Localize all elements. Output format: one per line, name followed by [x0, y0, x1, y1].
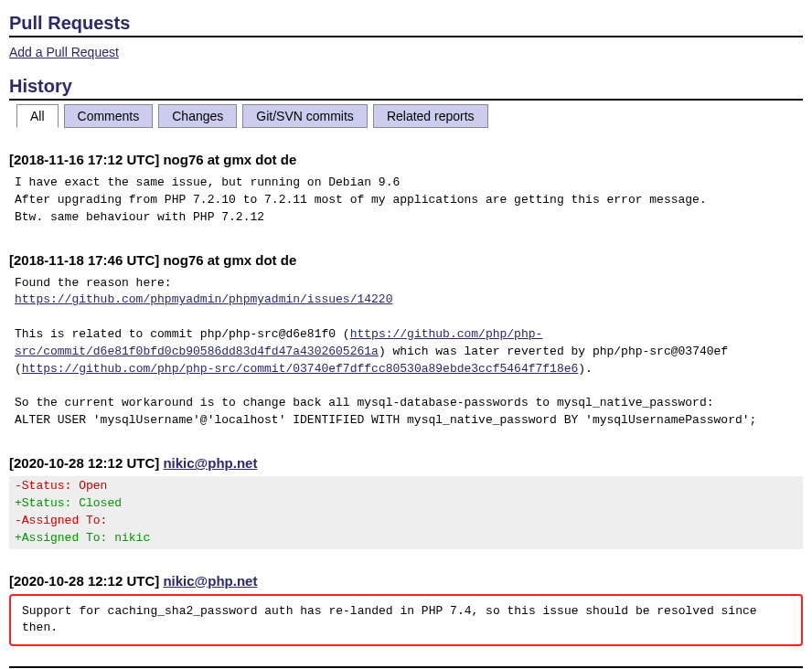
- comment-header: [2018-11-18 17:46 UTC] nog76 at gmx dot …: [9, 252, 803, 268]
- history-tabs: AllCommentsChangesGit/SVN commitsRelated…: [9, 104, 803, 128]
- comment-header: [2018-11-16 17:12 UTC] nog76 at gmx dot …: [9, 152, 803, 167]
- comment-author: nog76 at gmx dot de: [163, 152, 296, 167]
- diff-added-line: +Assigned To: nikic: [15, 531, 150, 545]
- tab-git-svn-commits[interactable]: Git/SVN commits: [242, 104, 368, 128]
- history-heading: History: [9, 76, 803, 101]
- comment-timestamp: [2018-11-16 17:12 UTC]: [9, 152, 163, 167]
- comment-block: [2018-11-18 17:46 UTC] nog76 at gmx dot …: [9, 252, 803, 432]
- pull-requests-heading: Pull Requests: [9, 13, 803, 37]
- comment-body: Found the reason here: https://github.co…: [9, 273, 803, 432]
- highlighted-comment: Support for caching_sha2_password auth h…: [9, 594, 803, 647]
- diff-added-line: +Status: Closed: [15, 496, 122, 510]
- comment-timestamp: [2020-10-28 12:12 UTC]: [9, 573, 163, 589]
- comment-block: [2020-10-28 12:12 UTC] nikic@php.netSupp…: [9, 573, 803, 647]
- comment-body-link[interactable]: https://github.com/php/php-src/commit/d6…: [15, 327, 542, 358]
- comment-timestamp: [2018-11-18 17:46 UTC]: [9, 252, 163, 268]
- tab-related-reports[interactable]: Related reports: [373, 104, 488, 128]
- comment-block: [2020-10-28 12:12 UTC] nikic@php.net-Sta…: [9, 455, 803, 548]
- diff-removed-line: -Status: Open: [15, 479, 107, 493]
- comment-author: nog76 at gmx dot de: [163, 252, 296, 268]
- tab-comments[interactable]: Comments: [64, 104, 154, 128]
- tab-changes[interactable]: Changes: [158, 104, 237, 128]
- tab-all[interactable]: All: [16, 104, 59, 128]
- change-body: -Status: Open +Status: Closed -Assigned …: [9, 476, 803, 548]
- comment-author-link[interactable]: nikic@php.net: [163, 455, 257, 471]
- footer-rule: [9, 666, 803, 668]
- diff-removed-line: -Assigned To:: [15, 514, 107, 527]
- add-pull-request-link[interactable]: Add a Pull Request: [9, 45, 119, 59]
- comment-body: I have exact the same issue, but running…: [9, 173, 803, 228]
- comment-block: [2018-11-16 17:12 UTC] nog76 at gmx dot …: [9, 152, 803, 228]
- comment-body-link[interactable]: https://github.com/php/php-src/commit/03…: [22, 362, 579, 376]
- comment-header: [2020-10-28 12:12 UTC] nikic@php.net: [9, 455, 803, 471]
- comment-timestamp: [2020-10-28 12:12 UTC]: [9, 455, 163, 471]
- comment-author-link[interactable]: nikic@php.net: [163, 573, 257, 589]
- comment-body: Support for caching_sha2_password auth h…: [16, 601, 796, 640]
- comment-header: [2020-10-28 12:12 UTC] nikic@php.net: [9, 573, 803, 589]
- comment-body-link[interactable]: https://github.com/phpmyadmin/phpmyadmin…: [15, 292, 392, 306]
